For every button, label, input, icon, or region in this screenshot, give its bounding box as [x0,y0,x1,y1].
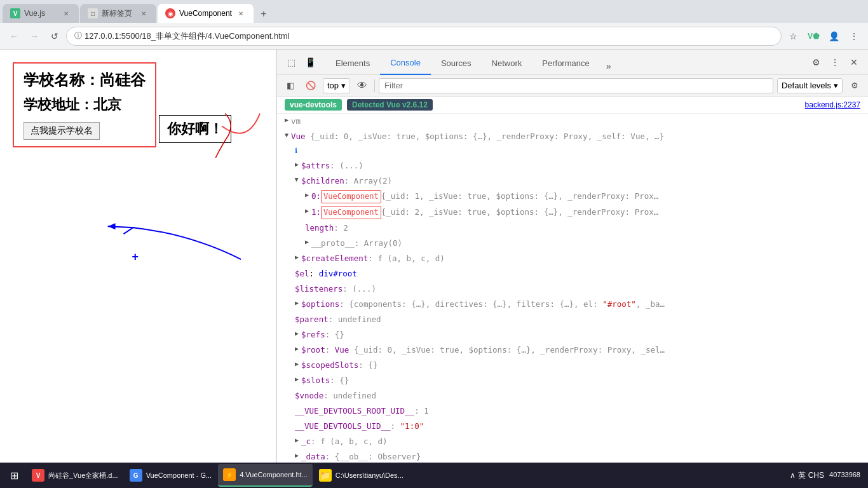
svg-marker-1 [108,223,116,229]
eye-btn[interactable]: 👁 [354,78,370,94]
slots-key: $slots [301,374,330,387]
tab-elements[interactable]: Elements [325,52,380,75]
tray-chevron[interactable]: ∧ [790,471,796,480]
devtools-more-btn[interactable]: ⋮ [826,53,844,71]
sidebar-btn[interactable]: ◧ [282,78,299,94]
child1-rest: {_uid: 2, _isVue: true, $options: {…}, _… [381,206,659,219]
tab-console[interactable]: Console [380,52,431,75]
tab-more[interactable]: » [600,57,618,75]
show-school-btn[interactable]: 点我提示学校名 [24,122,100,140]
clock-block[interactable]: 40733968 [829,470,860,480]
sys-tray: ∧ 英 CHS [790,470,824,481]
el-key: $el [295,268,309,280]
bookmark-icon[interactable]: ☆ [784,27,802,45]
expand-data[interactable]: ▶ [295,451,299,461]
taskbar-item-vuecomponent-h[interactable]: ⚡ 4.VueComponent.ht... [218,464,313,487]
console-line-devtools-root-uid: __VUE_DEVTOOLS_ROOT_UID__: 1 [277,403,868,419]
devtools-root-uid-text: __VUE_DEVTOOLS_ROOT_UID__: 1 [295,405,429,417]
expand-refs[interactable]: ▶ [295,329,299,339]
console-line-options: ▶ $options: {components: {…}, directives… [277,297,868,312]
school-addr: 学校地址：北京 [24,95,146,114]
extension-icon[interactable]: V⬟ [804,27,822,45]
parent-val: : undefined [329,313,381,326]
taskbar-item-vuecomponent-g[interactable]: G VueComponent - G... [125,464,217,487]
devtools-tabs: Elements Console Sources Network Perform… [325,50,806,75]
tab-close-vue[interactable]: ✕ [61,8,71,18]
refresh-button[interactable]: ↺ [46,27,64,45]
console-line-vnode: $vnode: undefined [277,388,868,403]
devtools-panel: ⬚ 📱 Elements Console Sources Network Per… [276,50,868,488]
expand-child1[interactable]: ▶ [305,206,309,216]
filter-input[interactable] [379,78,773,93]
vue-detected-badge: Detected Vue v2.6.12 [347,99,433,111]
expand-c[interactable]: ▶ [295,435,299,445]
tab-favicon-new: □ [88,8,98,18]
tab-title-vue: Vue.js [24,9,57,18]
new-tab-button[interactable]: + [255,5,273,23]
console-line-child1: ▶ 1: VueComponent {_uid: 2, _isVue: true… [277,205,868,220]
address-input-wrap[interactable]: ⓘ 127.0.0.1:5500/18_非单文件组件/4.VueComponen… [66,27,782,46]
tab-close-vuecomponent[interactable]: ✕ [236,8,246,18]
devtools-close-btn[interactable]: ✕ [845,53,863,71]
expand-children[interactable]: ▶ [292,178,302,182]
chrome-menu-icon[interactable]: ⋮ [845,27,863,45]
c-val: : f (a, b, c, d) [311,435,387,448]
taskbar-item-folder[interactable]: 📁 C:\Users\tianyu\Des... [314,464,409,487]
data-val: : {__ob__: Observer} [325,451,421,463]
tab-favicon-vue2: ◉ [165,8,175,18]
expand-attrs[interactable]: ▶ [295,159,299,170]
tab-network[interactable]: Network [482,52,532,75]
devtools-settings-btn[interactable]: ⚙ [807,53,825,71]
start-button[interactable]: ⊞ [3,464,25,487]
console-line-slots: ▶ $slots: {} [277,373,868,388]
refs-key: $refs [301,329,325,341]
expand-proto[interactable]: ▶ [305,237,309,247]
expand-vue[interactable]: ▼ [285,130,288,140]
attrs-key: $attrs [301,159,330,172]
expand-root[interactable]: ▶ [295,344,299,354]
expand-createelement[interactable]: ▶ [295,252,299,262]
clear-console-btn[interactable]: 🚫 [302,78,319,94]
tab-sources[interactable]: Sources [431,52,482,75]
console-line-refs: ▶ $refs: {} [277,327,868,342]
console-line-el: $el: div#root [277,266,868,281]
expand-options[interactable]: ▶ [295,298,299,308]
taskbar-item-shanguigu[interactable]: V 尚硅谷_Vue全家桶.d... [27,464,123,487]
webpage: 学校名称：尚硅谷 学校地址：北京 点我提示学校名 你好啊！ + [0,50,276,488]
console-line-attrs: ▶ $attrs: (...) [277,158,868,173]
taskbar-icon-folder: 📁 [319,469,332,482]
console-line-parent: $parent: undefined [277,312,868,327]
vm-text: vm [291,115,301,128]
children-key: $children [301,175,344,187]
forward-button[interactable]: → [25,27,43,45]
tab-vuecomponent[interactable]: ◉ VueComponent ✕ [158,4,254,23]
backend-link[interactable]: backend.js:2237 [805,100,860,109]
address-lock-icon: ⓘ [74,30,82,41]
console-gear-btn[interactable]: ⚙ [846,78,863,94]
tab-close-new[interactable]: ✕ [139,8,149,18]
school-name: 学校名称：尚硅谷 [24,70,146,90]
device-toggle-btn[interactable]: 📱 [301,53,319,71]
expand-scopedslots[interactable]: ▶ [295,359,299,369]
back-button[interactable]: ← [5,27,23,45]
tab-newtab[interactable]: □ 新标签页 ✕ [80,4,156,23]
tray-ime[interactable]: CHS [808,471,824,480]
expand-vm[interactable]: ▶ [285,115,288,125]
length-text: length: 2 [305,222,348,234]
tab-vue[interactable]: V Vue.js ✕ [3,4,79,23]
taskbar-label-g: VueComponent - G... [146,471,212,479]
expand-child0[interactable]: ▶ [305,190,309,200]
profile-icon[interactable]: 👤 [825,27,843,45]
tab-performance[interactable]: Performance [532,52,599,75]
inspect-element-btn[interactable]: ⬚ [282,53,300,71]
vnode-key: $vnode [295,390,323,402]
root-val: : Vue {_uid: 0, _isVue: true, $options: … [325,344,665,356]
address-bar: ← → ↺ ⓘ 127.0.0.1:5500/18_非单文件组件/4.VueCo… [0,23,868,50]
tray-lang[interactable]: 英 [798,470,806,481]
expand-slots[interactable]: ▶ [295,374,299,384]
top-select[interactable]: top ▾ [323,78,350,93]
taskbar-icon-shanguigu: V [32,469,44,482]
top-select-label: top [327,81,339,90]
console-line-createelement: ▶ $createElement: f (a, b, c, d) [277,251,868,266]
default-levels-select[interactable]: Default levels ▾ [777,78,843,93]
